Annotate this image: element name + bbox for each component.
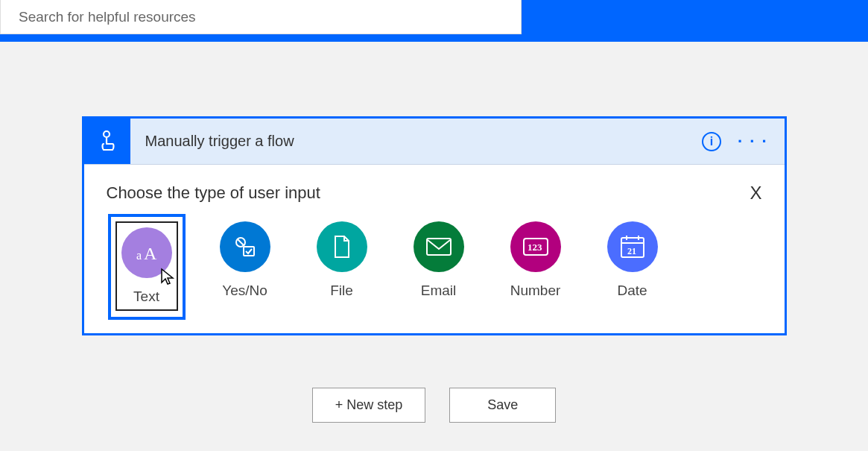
input-type-label: File (330, 283, 353, 299)
trigger-title: Manually trigger a flow (130, 119, 702, 164)
input-type-email[interactable]: Email (409, 221, 469, 311)
input-type-label: Email (421, 283, 457, 299)
email-icon (414, 221, 464, 272)
date-day: 21 (627, 246, 636, 256)
close-icon[interactable]: X (750, 183, 761, 204)
trigger-header[interactable]: Manually trigger a flow i · · · (84, 119, 785, 165)
mouse-cursor-icon (160, 268, 175, 286)
text-icon: a A (121, 227, 172, 278)
input-type-file[interactable]: File (312, 221, 372, 311)
svg-rect-5 (244, 247, 254, 256)
input-type-label: Number (510, 283, 561, 299)
input-type-text-selected[interactable]: a A Text (108, 214, 186, 320)
svg-text:123: 123 (528, 242, 542, 253)
save-button[interactable]: Save (449, 388, 556, 423)
manual-trigger-icon (84, 119, 130, 164)
number-icon: 123 (510, 221, 561, 272)
svg-text:a: a (136, 249, 142, 262)
more-icon[interactable]: · · · (738, 132, 768, 151)
input-type-date[interactable]: 21 Date (603, 221, 662, 311)
trigger-body: Choose the type of user input X a A (84, 165, 785, 333)
choose-input-type-label: Choose the type of user input (107, 183, 320, 203)
svg-text:A: A (144, 244, 157, 263)
input-type-label: Date (617, 283, 647, 299)
svg-point-0 (104, 131, 110, 137)
footer-buttons: + New step Save (312, 388, 557, 423)
svg-rect-6 (427, 239, 451, 255)
input-type-yesno[interactable]: Yes/No (215, 221, 275, 311)
info-icon[interactable]: i (702, 132, 721, 151)
input-type-label: Text (133, 288, 159, 305)
input-type-list: a A Text (107, 221, 762, 311)
trigger-card: Manually trigger a flow i · · · Choose t… (82, 116, 787, 335)
search-input[interactable] (19, 9, 512, 25)
file-icon (317, 221, 367, 272)
flow-canvas: Manually trigger a flow i · · · Choose t… (0, 42, 868, 423)
yesno-icon (220, 221, 270, 272)
top-bar (0, 0, 868, 42)
input-type-label: Yes/No (222, 283, 267, 299)
date-icon: 21 (607, 221, 658, 272)
new-step-button[interactable]: + New step (312, 388, 426, 423)
search-container[interactable] (0, 0, 522, 34)
trigger-actions: i · · · (702, 119, 785, 164)
input-type-number[interactable]: 123 Number (506, 221, 566, 311)
svg-line-4 (238, 239, 244, 245)
